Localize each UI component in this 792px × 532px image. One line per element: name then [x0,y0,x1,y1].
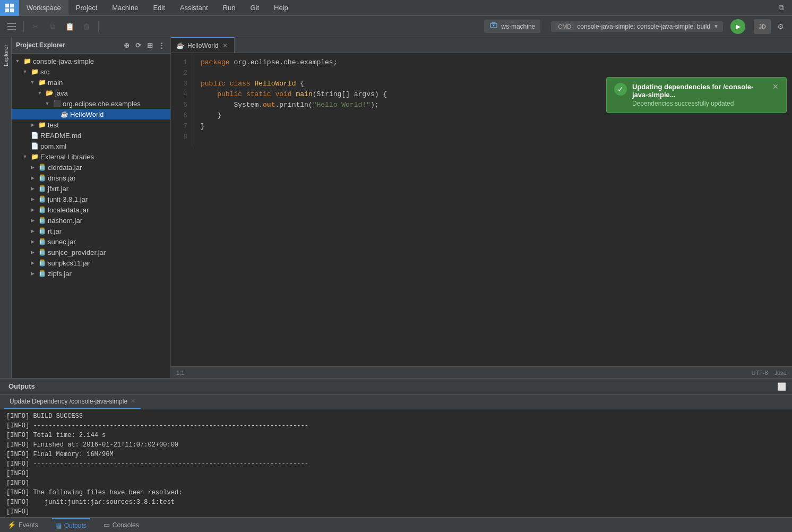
console-line: [INFO] Total time: 2.144 s [6,431,786,440]
console-output[interactable]: [INFO] BUILD SUCCESS [INFO] ------------… [0,409,792,517]
menu-item-run[interactable]: Run [216,0,243,15]
toolbar-cut-button[interactable]: ✂ [28,19,43,34]
bottom-panel-title: Outputs [4,382,39,390]
xml-file-icon: 📄 [30,142,39,150]
tree-item-rt[interactable]: ▶ 🫙 rt.jar [12,226,170,236]
explorer-header: Project Explorer ⊕ ⟳ ⊞ ⋮ [12,37,170,54]
jar-icon: 🫙 [38,269,46,278]
line-numbers: 1 2 3 4 5 6 7 8 [171,53,192,147]
tree-label: sunpkcs11.jar [48,259,90,267]
explorer-menu-button[interactable]: ⋮ [157,40,166,50]
menu-item-machine[interactable]: Machine [105,0,145,15]
toolbar: ✂ ⧉ 📋 🗑 ws-machine CMD console-java-simp… [0,16,792,37]
menu-item-project[interactable]: Project [68,0,105,15]
explorer-link-button[interactable]: ⟳ [133,40,143,50]
tree-label: nashorn.jar [48,217,82,225]
explorer-collapse-button[interactable]: ⊞ [145,40,154,50]
tree-label: HelloWorld [70,110,104,118]
bottom-tab-update-dependency[interactable]: Update Dependency /console-java-simple ✕ [4,394,141,409]
svg-rect-6 [7,29,16,30]
svg-rect-5 [7,26,16,27]
footer-tab-outputs[interactable]: ▤ Outputs [52,518,90,531]
chevron-icon: ▶ [29,121,36,128]
console-line: [INFO] The following files have been res… [6,488,786,497]
svg-rect-4 [7,23,16,24]
tree-item-sunpkcs11[interactable]: ▶ 🫙 sunpkcs11.jar [12,258,170,268]
run-config-chevron[interactable]: ▼ [713,23,719,29]
tree-item-src[interactable]: ▼ 📁 src [12,66,170,77]
editor-status-bar: 1:1 UTF-8 Java [171,366,792,378]
tree-item-java[interactable]: ▼ 📂 java [12,88,170,98]
chevron-icon: ▼ [36,89,44,97]
chevron-icon: ▶ [29,174,36,182]
tree-item-main[interactable]: ▼ 📁 main [12,77,170,88]
console-line: [INFO] [6,478,786,488]
tree-item-test[interactable]: ▶ 📁 test [12,119,170,130]
footer-tab-label: Events [19,521,38,529]
tree-item-helloworld[interactable]: ▶ ☕ HelloWorld [12,109,170,119]
cmd-badge: CMD [555,23,574,30]
tree-label: rt.jar [48,227,62,235]
tree-item-sunec[interactable]: ▶ 🫙 sunec.jar [12,236,170,247]
panel-maximize-button[interactable]: ⬜ [775,380,788,393]
tree-item-package[interactable]: ▼ ⬛ org.eclipse.che.examples [12,98,170,109]
footer-tab-consoles[interactable]: ▭ Consoles [100,519,142,531]
bottom-panel-header: Outputs ⬜ [0,379,792,394]
tree-label: dnsns.jar [48,174,76,182]
toolbar-copy-button[interactable]: ⧉ [45,19,60,34]
menu-bar: Workspace Project Machine Edit Assistant… [0,0,792,16]
menu-item-help[interactable]: Help [266,0,296,15]
bottom-tab-close-button[interactable]: ✕ [131,398,135,405]
run-configuration[interactable]: CMD console-java-simple: console-java-si… [551,21,723,32]
toolbar-delete-button[interactable]: 🗑 [79,19,94,34]
tree-item-sunjce[interactable]: ▶ 🫙 sunjce_provider.jar [12,247,170,258]
tree-item-dnsns[interactable]: ▶ 🫙 dnsns.jar [12,173,170,183]
menu-items: Workspace Project Machine Edit Assistant… [19,0,296,15]
menu-item-git[interactable]: Git [243,0,266,15]
run-button[interactable]: ▶ [730,19,745,34]
tree-item-junit[interactable]: ▶ 🫙 junit-3.8.1.jar [12,194,170,204]
toolbar-jd-button[interactable]: JD [754,19,771,34]
editor-tabs: ☕ HelloWorld ✕ [171,37,792,53]
chevron-icon: ▼ [44,100,51,107]
tree-item-jfxrt[interactable]: ▶ 🫙 jfxrt.jar [12,183,170,194]
line-num: 1 [177,57,187,68]
window-restore-button[interactable]: ⧉ [775,2,788,14]
tree-item-localedata[interactable]: ▶ 🫙 localedata.jar [12,204,170,215]
toolbar-settings-button[interactable]: ⚙ [773,19,788,34]
tab-close-button[interactable]: ✕ [221,42,229,49]
outputs-icon: ▤ [55,521,62,529]
java-file-icon: ☕ [60,110,68,118]
menu-item-edit[interactable]: Edit [145,0,172,15]
toolbar-paste-button[interactable]: 📋 [62,19,77,34]
tree-label: junit-3.8.1.jar [48,195,88,203]
editor-tab-helloworld[interactable]: ☕ HelloWorld ✕ [171,37,235,53]
tree-label: test [48,121,59,129]
app-icon[interactable] [0,0,19,16]
tree-label: sunec.jar [48,238,76,246]
chevron-icon: ▶ [29,164,36,171]
project-folder-icon: 📁 [23,57,31,65]
tree-item-nashorn[interactable]: ▶ 🫙 nashorn.jar [12,215,170,226]
tree-item-external-libraries[interactable]: ▼ 📁 External Libraries [12,151,170,162]
tree-item-pomxml[interactable]: ▶ 📄 pom.xml [12,141,170,151]
sidebar-explorer-tab[interactable]: Explorer [2,41,10,70]
console-line: [INFO] Finished at: 2016-01-21T11:07:02+… [6,440,786,450]
main-area: Explorer Project Explorer ⊕ ⟳ ⊞ ⋮ ▼ 📁 co… [0,37,792,378]
tree-item-cldrdata[interactable]: ▶ 🫙 cldrdata.jar [12,162,170,173]
chevron-icon: ▶ [29,206,36,213]
footer-tab-events[interactable]: ⚡ Events [4,519,41,531]
toolbar-menu-button[interactable] [4,19,19,34]
notification-close-button[interactable]: ✕ [772,83,779,90]
console-line: [INFO] [6,507,786,517]
explorer-add-button[interactable]: ⊕ [122,40,131,50]
tree-item-readme[interactable]: ▶ 📄 README.md [12,130,170,141]
console-line: [INFO] BUILD SUCCESS [6,411,786,421]
tree-label: src [40,68,49,76]
tree-item-console-java-simple[interactable]: ▼ 📁 console-java-simple [12,56,170,66]
bottom-tab-label: Update Dependency /console-java-simple [10,398,127,405]
menu-item-assistant[interactable]: Assistant [173,0,216,15]
md-file-icon: 📄 [30,131,39,140]
tree-item-zipfs[interactable]: ▶ 🫙 zipfs.jar [12,268,170,279]
menu-item-workspace[interactable]: Workspace [19,0,68,15]
